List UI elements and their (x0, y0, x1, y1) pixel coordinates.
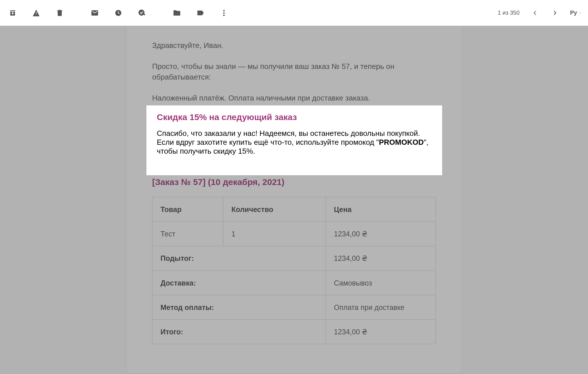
total-label: Итого: (152, 320, 326, 344)
shipping-row: Доставка: Самовывоз (152, 271, 436, 295)
shipping-value: Самовывоз (326, 271, 436, 295)
subtotal-value: 1234,00 ₴ (326, 246, 436, 271)
promo-block: Скидка 15% на следующий заказ Спасибо, ч… (152, 112, 436, 170)
subtotal-label: Подытог: (152, 246, 326, 271)
shipping-label: Доставка: (152, 271, 326, 295)
toolbar-right: 1 из 350 Ру (498, 6, 582, 20)
svg-point-4 (223, 14, 225, 16)
payment-value: Оплата при доставке (326, 295, 436, 319)
payment-note: Наложенный платёж. Оплата наличными при … (152, 93, 436, 104)
promo-text: Спасибо, что заказали у нас! Надеемся, в… (152, 132, 436, 164)
archive-button[interactable] (6, 6, 20, 20)
total-value: 1234,00 ₴ (326, 320, 436, 344)
email-card: Здравствуйте, Иван. Просто, чтобы вы зна… (126, 26, 462, 374)
more-button[interactable] (217, 6, 231, 20)
language-label: Ру (570, 9, 577, 16)
svg-point-2 (223, 10, 225, 11)
spam-button[interactable] (29, 6, 43, 20)
table-row: Тест 1 1234,00 ₴ (152, 222, 436, 246)
pagination-text: 1 из 350 (498, 9, 520, 16)
td-qty: 1 (223, 222, 326, 246)
th-qty: Количество (223, 197, 326, 221)
total-row: Итого: 1234,00 ₴ (152, 320, 436, 344)
td-product: Тест (152, 222, 223, 246)
language-selector[interactable]: Ру (570, 9, 582, 16)
add-task-button[interactable] (135, 6, 149, 20)
order-table: Товар Количество Цена Тест 1 1234,00 ₴ П… (152, 197, 436, 344)
subtotal-row: Подытог: 1234,00 ₴ (152, 246, 436, 271)
payment-row: Метод оплаты: Оплата при доставке (152, 295, 436, 319)
table-header-row: Товар Количество Цена (152, 197, 436, 221)
toolbar: 1 из 350 Ру (0, 0, 588, 26)
th-product: Товар (152, 197, 223, 221)
mark-unread-button[interactable] (88, 6, 102, 20)
delete-button[interactable] (53, 6, 67, 20)
chevron-down-icon (579, 11, 582, 15)
intro-text: Просто, чтобы вы знали — мы получили ваш… (152, 61, 436, 83)
greeting-text: Здравствуйте, Иван. (152, 40, 436, 51)
td-price: 1234,00 ₴ (326, 222, 436, 246)
move-to-button[interactable] (170, 6, 184, 20)
promo-heading: Скидка 15% на следующий заказ (152, 112, 436, 125)
payment-label: Метод оплаты: (152, 295, 326, 319)
th-price: Цена (326, 197, 436, 221)
snooze-button[interactable] (111, 6, 125, 20)
promo-code: PROMOKOD (355, 144, 400, 152)
prev-button[interactable] (528, 6, 542, 20)
body-area: Здравствуйте, Иван. Просто, чтобы вы зна… (0, 26, 588, 374)
svg-point-3 (223, 12, 225, 14)
order-heading: [Заказ № 57] (10 декабря, 2021) (152, 176, 436, 188)
labels-button[interactable] (194, 6, 207, 20)
next-button[interactable] (548, 6, 562, 20)
